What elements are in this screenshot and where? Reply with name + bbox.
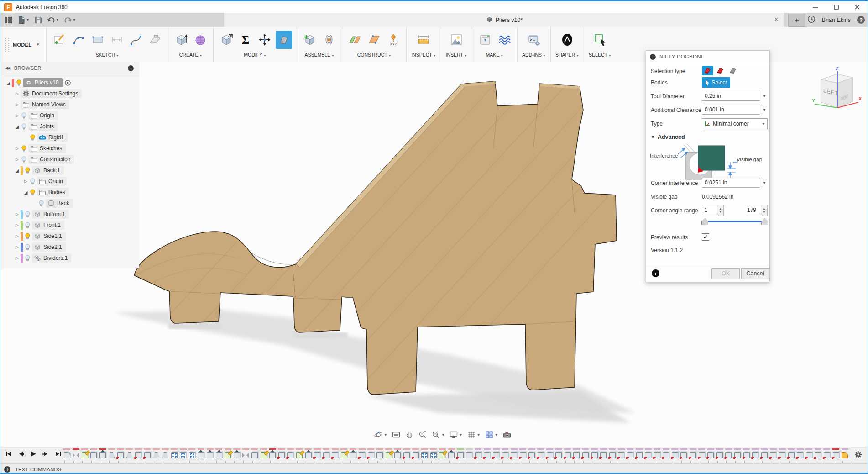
browser-item-pliers-v10[interactable]: ◢Pliers v10 (1, 77, 139, 88)
expander-closed-icon[interactable]: ▷ (14, 223, 21, 227)
timeline-feature-combine[interactable] (573, 448, 580, 460)
close-button[interactable] (847, 1, 868, 13)
expander-closed-icon[interactable]: ▷ (14, 113, 21, 118)
timeline-feature-loft[interactable] (153, 448, 160, 460)
timeline-feature-sketch[interactable] (260, 448, 267, 460)
text-commands-label[interactable]: TEXT COMMANDS (15, 467, 62, 472)
timeline-feature-combine[interactable] (582, 448, 589, 460)
timeline-feature-combine[interactable] (654, 448, 660, 460)
timeline-feature-fillet-end[interactable] (842, 448, 848, 460)
visibility-bulb-off-icon[interactable] (21, 123, 27, 130)
timeline-feature-combine[interactable] (412, 448, 419, 460)
browser-item-chip[interactable]: Front:1 (32, 221, 64, 230)
dialog-header[interactable]: − NIFTY DOGBONE (646, 51, 769, 63)
save-button[interactable] (33, 15, 44, 25)
timeline-feature-combine[interactable] (278, 448, 285, 460)
ribbon-group-label[interactable]: INSPECT▼ (411, 52, 436, 58)
timeline-feature-combine[interactable] (690, 448, 696, 460)
tool-diameter-input[interactable] (702, 91, 760, 101)
timeline-feature-combine[interactable] (564, 448, 571, 460)
spinner-arrows-icon[interactable]: ▲▼ (717, 205, 724, 216)
timeline-feature-extrude[interactable] (269, 448, 276, 460)
timeline-feature-sketch[interactable] (439, 448, 446, 460)
timeline-feature-sketch[interactable] (385, 448, 392, 460)
ribbon-group-label[interactable]: ADD-INS▼ (522, 52, 546, 58)
timeline-feature-mirror[interactable] (73, 448, 79, 460)
expander-open-icon[interactable]: ◢ (22, 190, 29, 195)
press-pull-icon[interactable] (218, 31, 235, 49)
timeline-go-end-button[interactable] (53, 449, 63, 458)
timeline-feature-body[interactable] (90, 448, 97, 460)
timeline-feature-combine[interactable] (493, 448, 500, 460)
browser-item-joints[interactable]: ◢Joints (1, 121, 139, 132)
visibility-bulb-off-icon[interactable] (29, 178, 36, 185)
arc-icon[interactable] (70, 31, 87, 49)
timeline-feature-extrude[interactable] (233, 448, 240, 460)
angle-min-input[interactable] (702, 205, 717, 215)
timeline-feature-combine[interactable] (332, 448, 339, 460)
visibility-bulb-off-icon[interactable] (38, 200, 45, 207)
timeline-feature-combine[interactable] (117, 448, 124, 460)
visibility-bulb-on-icon[interactable] (29, 134, 36, 141)
timeline-feature-mirror[interactable] (242, 448, 249, 460)
timeline-feature-combine[interactable] (752, 448, 759, 460)
browser-item-bottom-1[interactable]: ▷Bottom:1 (1, 209, 139, 220)
ribbon-group-label[interactable]: MODIFY▼ (244, 52, 267, 58)
project-icon[interactable] (147, 31, 163, 49)
timeline-feature-combine[interactable] (770, 448, 777, 460)
expander-closed-icon[interactable]: ▷ (14, 91, 21, 96)
type-dropdown[interactable]: Minimal corner ▼ (702, 118, 768, 129)
browser-item-chip[interactable]: Pliers v10 (23, 78, 63, 87)
expand-text-commands-icon[interactable]: + (4, 466, 10, 473)
visibility-bulb-on-icon[interactable] (21, 145, 27, 152)
timeline-feature-sketch[interactable] (81, 448, 88, 460)
timeline-feature-combine[interactable] (555, 448, 562, 460)
midplane-icon[interactable] (366, 31, 382, 49)
browser-item-chip[interactable]: Side1:1 (32, 232, 66, 241)
timeline-step-back-button[interactable] (16, 449, 26, 458)
timeline-feature-combine[interactable] (716, 448, 723, 460)
visibility-bulb-off-icon[interactable] (24, 222, 31, 229)
selection-type-face-button[interactable] (702, 66, 713, 75)
new-tab-button[interactable]: + (788, 14, 805, 27)
axis-xyz-icon[interactable]: XYZ (385, 31, 402, 49)
collapse-panel-icon[interactable]: ◀◀ (5, 66, 10, 70)
expander-open-icon[interactable]: ◢ (14, 168, 21, 173)
browser-item-chip[interactable]: Dividers:1 (32, 253, 71, 263)
timeline-feature-combine[interactable] (627, 448, 633, 460)
corner-interference-dropdown-icon[interactable]: ▼ (761, 178, 768, 188)
ribbon-group-label[interactable]: SKETCH▼ (95, 52, 119, 58)
browser-item-origin[interactable]: ▷Origin (1, 176, 139, 187)
tab-close-icon[interactable]: ✕ (773, 16, 780, 23)
spline-icon[interactable] (128, 31, 144, 49)
angle-max-spinner[interactable]: ▲▼ (745, 205, 768, 216)
browser-item-chip[interactable]: Bodies (37, 188, 69, 197)
insert-image-icon[interactable] (448, 31, 465, 49)
browser-item-back-1[interactable]: ◢Back:1 (1, 165, 139, 176)
form-icon[interactable] (192, 31, 209, 49)
timeline-feature-extrude[interactable] (215, 448, 222, 460)
select-icon[interactable] (592, 31, 608, 49)
timeline-feature-combine[interactable] (484, 448, 491, 460)
browser-item-chip[interactable]: Origin (28, 111, 58, 120)
ribbon-group-label[interactable]: MAKE▼ (486, 52, 504, 58)
browser-item-chip[interactable]: Bottom:1 (32, 210, 69, 219)
browser-item-back[interactable]: Back (1, 198, 139, 209)
browser-item-bodies[interactable]: ◢Bodies (1, 187, 139, 198)
visibility-bulb-on-icon[interactable] (29, 189, 36, 196)
create-sketch-icon[interactable] (51, 31, 68, 49)
cam-icon[interactable] (496, 31, 512, 49)
timeline-feature-combine[interactable] (403, 448, 410, 460)
timeline-feature-combine[interactable] (600, 448, 607, 460)
plane-icon[interactable] (347, 31, 363, 49)
expander-open-icon[interactable]: ◢ (14, 124, 21, 129)
app-grid-button[interactable] (3, 15, 14, 25)
browser-item-chip[interactable]: Side2:1 (32, 242, 66, 252)
timeline-feature-joint[interactable] (180, 448, 187, 460)
browser-item-named-views[interactable]: ▷Named Views (1, 99, 139, 110)
file-button[interactable]: ▼ (16, 15, 31, 25)
info-icon[interactable]: i (652, 269, 659, 277)
timeline-feature-combine[interactable] (457, 448, 464, 460)
print-3d-icon[interactable] (477, 31, 493, 49)
browser-item-chip[interactable]: Back (46, 199, 73, 208)
